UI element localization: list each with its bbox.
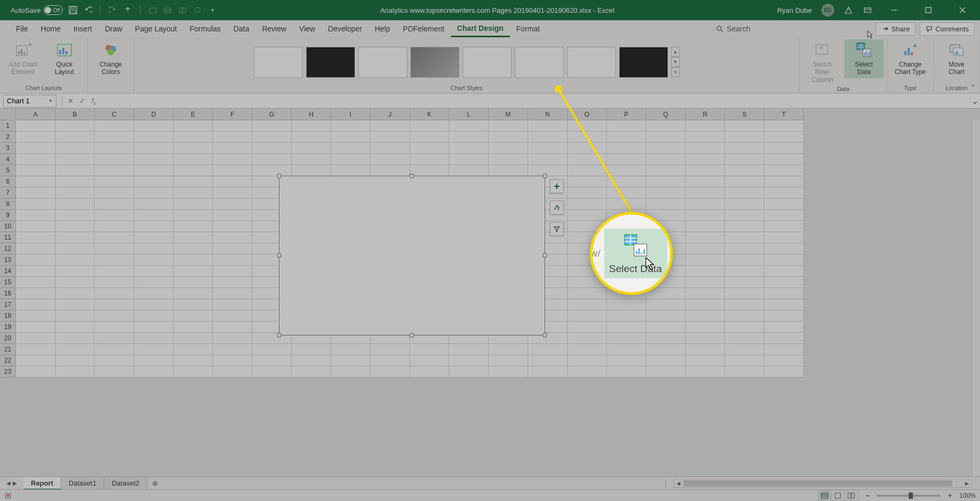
cell[interactable] xyxy=(292,344,331,355)
chart-style-7[interactable] xyxy=(567,47,616,78)
column-header[interactable]: K xyxy=(410,109,449,120)
cell[interactable] xyxy=(489,154,528,165)
cell[interactable] xyxy=(55,221,95,232)
row-header[interactable]: 21 xyxy=(0,344,16,355)
tab-view[interactable]: View xyxy=(293,20,322,37)
cell[interactable] xyxy=(252,143,292,154)
cell[interactable] xyxy=(567,176,607,187)
cell[interactable] xyxy=(16,210,55,221)
column-header[interactable]: E xyxy=(174,109,213,120)
cell[interactable] xyxy=(174,210,213,221)
row-header[interactable]: 11 xyxy=(0,232,16,243)
cell[interactable] xyxy=(686,176,725,187)
cell[interactable] xyxy=(134,120,174,132)
cell[interactable] xyxy=(449,132,489,143)
cell[interactable] xyxy=(174,322,213,333)
cell[interactable] xyxy=(134,243,174,254)
cell[interactable] xyxy=(174,154,213,165)
cell[interactable] xyxy=(449,120,489,132)
cell[interactable] xyxy=(55,322,95,333)
cell[interactable] xyxy=(213,355,252,366)
row-header[interactable]: 8 xyxy=(0,199,16,210)
touch-mode-icon[interactable] xyxy=(123,5,133,15)
cell[interactable] xyxy=(331,143,370,154)
cell[interactable] xyxy=(607,333,646,344)
user-avatar[interactable]: RD xyxy=(821,4,834,17)
cell[interactable] xyxy=(174,310,213,322)
tab-insert[interactable]: Insert xyxy=(67,20,98,37)
cell[interactable] xyxy=(134,199,174,210)
cell[interactable] xyxy=(646,366,686,377)
cell[interactable] xyxy=(292,120,331,132)
cell[interactable] xyxy=(489,132,528,143)
cell[interactable] xyxy=(449,154,489,165)
cell[interactable] xyxy=(292,165,331,176)
cell[interactable] xyxy=(292,132,331,143)
cell[interactable] xyxy=(686,221,725,232)
cell[interactable] xyxy=(95,243,134,254)
column-header[interactable]: R xyxy=(686,109,725,120)
cell[interactable] xyxy=(213,299,252,310)
cell[interactable] xyxy=(370,344,410,355)
cell[interactable] xyxy=(252,132,292,143)
cell[interactable] xyxy=(55,176,95,187)
cell[interactable] xyxy=(686,243,725,254)
cell[interactable] xyxy=(213,176,252,187)
cell[interactable] xyxy=(725,187,764,199)
tab-format[interactable]: Format xyxy=(510,20,546,37)
cell[interactable] xyxy=(410,366,449,377)
cell[interactable] xyxy=(252,165,292,176)
cell[interactable] xyxy=(213,154,252,165)
cell[interactable] xyxy=(174,176,213,187)
cell[interactable] xyxy=(567,143,607,154)
sheet-split-icon[interactable]: ⋮ xyxy=(662,479,673,487)
cell[interactable] xyxy=(489,165,528,176)
cell[interactable] xyxy=(410,143,449,154)
close-button[interactable] xyxy=(950,0,975,20)
cell[interactable] xyxy=(213,266,252,277)
cell[interactable] xyxy=(725,210,764,221)
cell[interactable] xyxy=(686,132,725,143)
cell[interactable] xyxy=(134,366,174,377)
cell[interactable] xyxy=(567,322,607,333)
row-header[interactable]: 13 xyxy=(0,254,16,266)
cell[interactable] xyxy=(607,344,646,355)
cell[interactable] xyxy=(528,165,567,176)
row-header[interactable]: 15 xyxy=(0,277,16,288)
cell[interactable] xyxy=(134,299,174,310)
cell[interactable] xyxy=(134,322,174,333)
cell[interactable] xyxy=(95,221,134,232)
cell[interactable] xyxy=(331,355,370,366)
row-header[interactable]: 7 xyxy=(0,187,16,199)
cell[interactable] xyxy=(55,333,95,344)
cell[interactable] xyxy=(213,187,252,199)
cell[interactable] xyxy=(725,165,764,176)
chart-style-1[interactable] xyxy=(254,47,303,78)
cell[interactable] xyxy=(528,154,567,165)
cell[interactable] xyxy=(764,355,804,366)
cell[interactable] xyxy=(134,132,174,143)
cell[interactable] xyxy=(646,132,686,143)
qat-item-2-icon[interactable] xyxy=(163,5,172,15)
cell[interactable] xyxy=(174,288,213,299)
page-layout-view-button[interactable] xyxy=(831,490,845,501)
cell[interactable] xyxy=(174,143,213,154)
cell[interactable] xyxy=(134,221,174,232)
cell[interactable] xyxy=(764,322,804,333)
quick-layout-button[interactable]: Quick Layout xyxy=(45,39,84,78)
cell[interactable] xyxy=(607,165,646,176)
comments-button[interactable]: Comments xyxy=(920,22,975,36)
sheet-tab-dataset1[interactable]: Dataset1 xyxy=(61,477,104,490)
cell[interactable] xyxy=(174,277,213,288)
cell[interactable] xyxy=(174,165,213,176)
cell[interactable] xyxy=(646,199,686,210)
cell[interactable] xyxy=(134,310,174,322)
coming-soon-icon[interactable] xyxy=(844,5,853,15)
cell[interactable] xyxy=(646,154,686,165)
cell[interactable] xyxy=(134,355,174,366)
sheet-tab-dataset2[interactable]: Dataset2 xyxy=(104,477,147,490)
row-header[interactable]: 16 xyxy=(0,288,16,299)
qat-item-1-icon[interactable] xyxy=(148,5,158,15)
cell[interactable] xyxy=(646,120,686,132)
change-colors-button[interactable]: Change Colors xyxy=(91,39,130,78)
